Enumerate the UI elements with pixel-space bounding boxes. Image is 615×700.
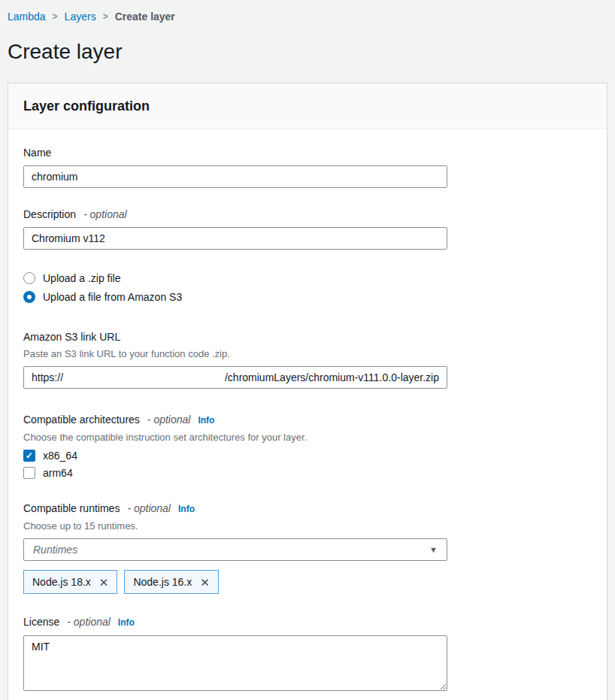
runtimes-optional-label: - optional	[127, 502, 171, 515]
dismiss-icon[interactable]: ✕	[200, 577, 210, 588]
layer-configuration-panel: Layer configuration Name Description - o…	[8, 83, 607, 700]
checkbox-option-label: x86_64	[43, 450, 77, 462]
architectures-info-link[interactable]: Info	[198, 414, 214, 427]
s3-url-label: Amazon S3 link URL	[23, 330, 120, 344]
chevron-right-icon: >	[53, 11, 58, 22]
breadcrumb-link-lambda[interactable]: Lambda	[8, 11, 46, 23]
runtimes-info-link[interactable]: Info	[178, 502, 195, 516]
panel-title: Layer configuration	[8, 83, 607, 129]
create-layer-page: Lambda > Layers > Create layer Create la…	[0, 0, 615, 700]
upload-source-radio-group: Upload a .zip file Upload a file from Am…	[23, 272, 447, 303]
runtimes-label: Compatible runtimes	[23, 502, 120, 515]
description-input[interactable]	[23, 227, 447, 250]
s3-url-help-text: Paste an S3 link URL to your function co…	[23, 348, 447, 360]
checkbox-option-arm64[interactable]: arm64	[23, 467, 447, 479]
runtimes-select[interactable]: Runtimes ▼	[23, 538, 447, 561]
radio-option-label: Upload a file from Amazon S3	[43, 291, 182, 303]
chevron-right-icon: >	[103, 11, 108, 22]
checkbox-option-label: arm64	[43, 467, 73, 479]
page-title: Create layer	[8, 39, 607, 65]
panel-body: Name Description - optional Upload a .zi…	[8, 129, 607, 700]
token-label: Node.js 18.x	[32, 576, 91, 588]
s3-url-field-group: Amazon S3 link URL Paste an S3 link URL …	[23, 330, 447, 389]
radio-option-upload-s3[interactable]: Upload a file from Amazon S3	[23, 291, 447, 303]
radio-option-label: Upload a .zip file	[43, 272, 121, 284]
description-field-group: Description - optional	[23, 208, 447, 250]
token-label: Node.js 16.x	[133, 576, 192, 588]
caret-down-icon: ▼	[429, 545, 438, 554]
radio-unselected-icon	[23, 272, 35, 284]
name-field-group: Name	[23, 146, 447, 188]
runtimes-field-group: Compatible runtimes - optional Info Choo…	[23, 502, 447, 594]
license-textarea[interactable]: MIT	[23, 635, 447, 691]
runtimes-select-placeholder: Runtimes	[33, 544, 77, 556]
radio-option-upload-zip[interactable]: Upload a .zip file	[23, 272, 447, 284]
architectures-optional-label: - optional	[147, 413, 191, 426]
runtime-tokens: Node.js 18.x ✕ Node.js 16.x ✕	[23, 570, 447, 594]
checkbox-unchecked-icon	[23, 467, 35, 479]
s3-url-input[interactable]: https:// /chromiumLayers/chromium-v111.0…	[23, 366, 447, 389]
breadcrumb-link-layers[interactable]: Layers	[65, 11, 96, 23]
checkbox-checked-icon: ✓	[23, 450, 35, 462]
name-label: Name	[23, 146, 51, 159]
license-field-group: License - optional Info MIT	[23, 615, 447, 693]
breadcrumb: Lambda > Layers > Create layer	[8, 11, 607, 23]
s3-url-value-prefix: https://	[32, 371, 63, 383]
architectures-field-group: Compatible architectures - optional Info…	[23, 413, 447, 479]
runtimes-help-text: Choose up to 15 runtimes.	[23, 520, 447, 532]
runtime-token-nodejs-16: Node.js 16.x ✕	[124, 570, 218, 594]
runtime-token-nodejs-18: Node.js 18.x ✕	[23, 570, 117, 594]
name-input[interactable]	[23, 165, 447, 188]
architectures-label: Compatible architectures	[23, 413, 140, 426]
architectures-help-text: Choose the compatible instruction set ar…	[23, 432, 447, 444]
license-info-link[interactable]: Info	[118, 616, 135, 629]
dismiss-icon[interactable]: ✕	[99, 577, 109, 588]
radio-selected-icon	[23, 291, 35, 303]
checkbox-option-x86_64[interactable]: ✓ x86_64	[23, 450, 447, 462]
license-optional-label: - optional	[67, 615, 111, 629]
breadcrumb-current: Create layer	[115, 11, 175, 23]
s3-url-value-suffix: /chromiumLayers/chromium-v111.0.0-layer.…	[225, 371, 439, 383]
license-label: License	[23, 615, 59, 629]
description-label: Description	[23, 208, 76, 221]
description-optional-label: - optional	[83, 208, 127, 221]
